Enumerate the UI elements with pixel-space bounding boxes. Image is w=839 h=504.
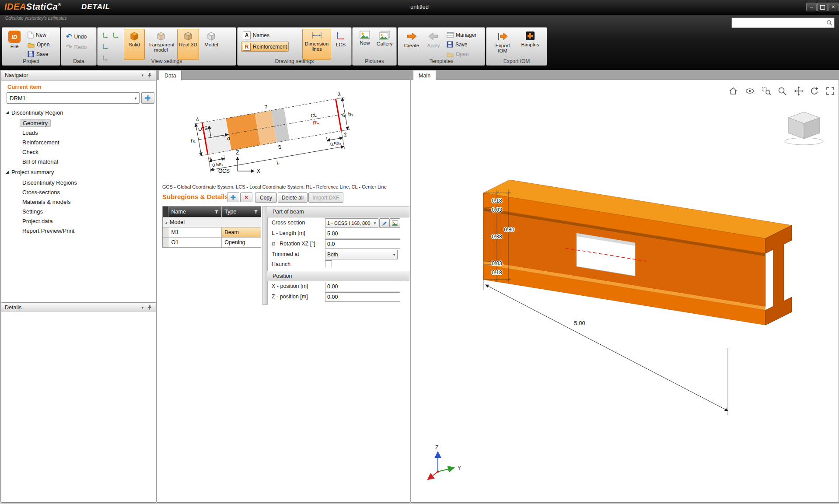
app-window: IDEAStatiCa® DETAIL untitled – × Calcula… [0, 0, 839, 504]
edit-cross-section-button[interactable] [379, 218, 390, 228]
template-save-button[interactable]: Save [445, 39, 469, 49]
reinforcement-toggle[interactable]: R Reinforcement [241, 42, 289, 52]
delete-subregion-button[interactable]: × [240, 192, 252, 202]
save-project-button[interactable]: Save [26, 49, 50, 59]
svg-text:h₁: h₁ [190, 137, 196, 144]
apply-arrow-icon [428, 31, 439, 42]
row-marker [163, 238, 168, 247]
rotation-input[interactable] [325, 239, 400, 249]
svg-text:4: 4 [196, 116, 199, 122]
gallery-icon [379, 31, 390, 40]
current-item-combo[interactable]: DRM1 ▾ [7, 92, 140, 104]
tree-item-report-preview-print[interactable]: Report Preview/Print [22, 226, 74, 235]
length-input[interactable] [325, 229, 400, 238]
tree-group-discontinuity-region[interactable]: ◢Discontinuity Region [6, 108, 63, 117]
view-direction-button[interactable] [744, 85, 756, 97]
tree-item-cross-sections[interactable]: Cross-sections [22, 188, 60, 196]
bimplus-button[interactable]: Bimplus [517, 29, 543, 60]
add-region-button[interactable] [141, 92, 154, 104]
navigator-pin-icon[interactable] [147, 73, 152, 78]
tree-item-settings[interactable]: Settings [22, 207, 43, 216]
column-header-type[interactable]: Type [222, 206, 261, 217]
template-open-button[interactable]: Open [445, 49, 470, 59]
new-project-button[interactable]: New [26, 30, 48, 40]
real-3d-toggle[interactable]: Real 3D [177, 29, 199, 60]
title-bar: IDEAStatiCa® DETAIL untitled – × [0, 0, 839, 15]
add-subregion-button[interactable] [227, 192, 239, 202]
navigator-collapse-icon[interactable]: ▾ [141, 73, 143, 77]
viewport-3d[interactable]: 0.18 0.03 0.38 0.80 0.03 0.18 5.00 Z Y [411, 80, 839, 502]
trimmed-at-select[interactable]: Both ▾ [325, 250, 398, 259]
x-position-input[interactable] [325, 282, 400, 291]
haunch-checkbox[interactable] [325, 260, 332, 267]
create-template-button[interactable]: Create [401, 29, 423, 60]
details-body [1, 312, 156, 502]
pan-button[interactable] [793, 85, 805, 97]
details-collapse-icon[interactable]: ▾ [141, 305, 143, 310]
data-panel: LCS α 4 3 7 6 2 1 5 CL RL h₁ h₂ [157, 80, 410, 503]
minimize-button[interactable]: – [806, 3, 817, 11]
new-picture-button[interactable]: New [356, 29, 374, 60]
cross-section-select[interactable]: 1 - CCSS I 160, 800 ▾ [325, 218, 378, 228]
model-toggle[interactable]: Model [201, 29, 222, 60]
search-input[interactable] [733, 18, 825, 27]
lcs-toggle[interactable]: LCS [332, 29, 350, 60]
view-toggle-axes-3[interactable] [100, 42, 110, 51]
chevron-down-icon: ▾ [132, 96, 139, 101]
tree-item-discontinuity-regions[interactable]: Discontinuity Regions [22, 178, 77, 187]
cross-section-picture-button[interactable] [390, 218, 400, 228]
details-pin-icon[interactable] [147, 305, 152, 310]
open-project-button[interactable]: Open [26, 39, 51, 49]
table-row-o1[interactable]: O1 Opening [163, 238, 261, 247]
ribbon-group-data: ↶ Undo ↷ Redo Data [61, 27, 97, 66]
names-toggle[interactable]: A Names [241, 30, 271, 40]
table-group-row-model[interactable]: ▴ Model [163, 217, 261, 228]
tree-item-check[interactable]: Check [22, 147, 38, 156]
view-toggle-axes-2[interactable] [111, 30, 120, 40]
redo-button[interactable]: ↷ Redo [64, 42, 88, 52]
tree-item-loads[interactable]: Loads [22, 128, 38, 137]
column-header-name[interactable]: Name [168, 206, 222, 217]
group-label-pictures: Pictures [353, 58, 396, 64]
main-3d-panel: 0.18 0.03 0.38 0.80 0.03 0.18 5.00 Z Y [411, 80, 839, 503]
fit-view-button[interactable] [824, 85, 836, 97]
table-row-m1[interactable]: M1 Beam [163, 228, 261, 238]
export-iom-button[interactable]: Export IOM [489, 29, 516, 60]
template-manager-button[interactable]: Manager [445, 30, 478, 40]
real3d-box-icon [182, 31, 194, 41]
tree-group-project-summary[interactable]: ◢Project summary [6, 168, 54, 176]
trimmed-at-label: Trimmed at [272, 251, 299, 257]
svg-text:0.5h₂: 0.5h₂ [330, 140, 341, 147]
cell-name[interactable]: M1 [168, 228, 222, 237]
copy-button[interactable]: Copy [255, 192, 277, 203]
view-toggle-axes-1[interactable] [100, 30, 110, 40]
import-dxf-button[interactable]: Import DXF [308, 192, 343, 203]
dimension-lines-toggle[interactable]: Dimension lines [302, 29, 331, 60]
gallery-button[interactable]: Gallery [374, 29, 395, 60]
close-button[interactable]: × [828, 3, 839, 11]
apply-template-button[interactable]: Apply [423, 29, 444, 60]
zoom-window-button[interactable] [760, 85, 773, 97]
tab-main[interactable]: Main [413, 70, 436, 80]
rotate-button[interactable] [808, 85, 821, 97]
transparent-model-toggle[interactable]: Transparent model [147, 29, 175, 60]
delete-all-button[interactable]: Delete all [278, 192, 308, 203]
tree-item-bill-of-material[interactable]: Bill of material [22, 157, 58, 166]
solid-toggle[interactable]: Solid [124, 29, 145, 60]
names-a-icon: A [243, 32, 251, 39]
cell-type[interactable]: Beam [222, 228, 261, 237]
tree-item-reinforcement[interactable]: Reinforcement [22, 138, 59, 147]
maximize-button[interactable] [817, 3, 828, 11]
cell-type[interactable]: Opening [222, 238, 261, 247]
undo-button[interactable]: ↶ Undo [64, 32, 88, 42]
tree-item-materials-models[interactable]: Materials & models [22, 197, 71, 206]
file-button[interactable]: ID File [5, 29, 24, 60]
home-view-button[interactable] [727, 85, 739, 97]
z-position-input[interactable] [325, 292, 400, 302]
zoom-button[interactable] [776, 85, 788, 97]
tab-data[interactable]: Data [159, 70, 182, 80]
tree-item-project-data[interactable]: Project data [22, 217, 52, 225]
rotation-label: α - Rotation XZ [°] [272, 241, 315, 247]
tree-item-geometry[interactable]: Geometry [20, 119, 51, 127]
cell-name[interactable]: O1 [168, 238, 222, 247]
